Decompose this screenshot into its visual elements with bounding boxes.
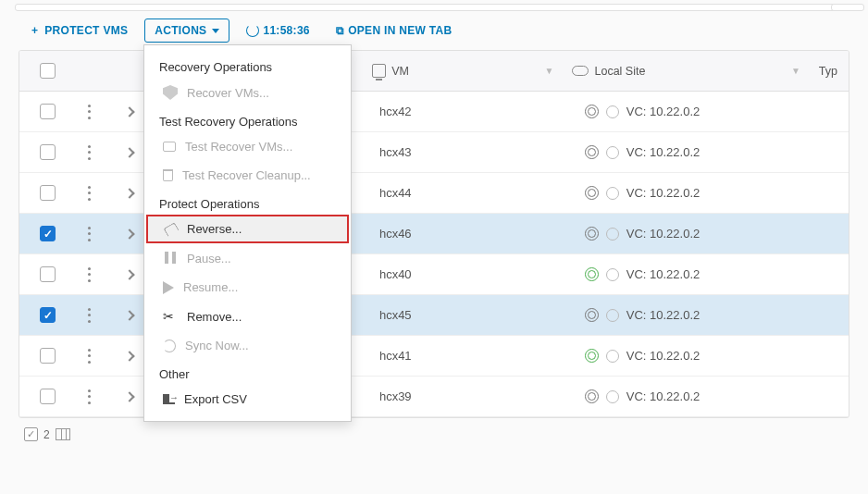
refresh-icon <box>246 24 259 37</box>
row-vm-name: hcx46 <box>368 227 574 241</box>
row-local-site: VC: 10.22.0.2 <box>574 349 826 363</box>
radar-icon <box>585 105 599 118</box>
row-checkbox[interactable] <box>19 307 77 323</box>
protect-vms-button[interactable]: PROTECT VMS <box>22 20 137 41</box>
row-local-site: VC: 10.22.0.2 <box>574 186 826 200</box>
actions-label: ACTIONS <box>155 24 206 37</box>
dd-test-recover[interactable]: Test Recover VMs... <box>144 132 351 161</box>
row-checkbox[interactable] <box>19 104 77 119</box>
header-site-label: Local Site <box>594 65 645 78</box>
row-menu[interactable] <box>77 308 116 323</box>
sync-icon <box>163 340 176 352</box>
row-vm-name: hcx42 <box>368 105 574 118</box>
row-checkbox[interactable] <box>19 185 77 201</box>
refresh-time-button[interactable]: 11:58:36 <box>237 20 318 41</box>
row-vm-name: hcx43 <box>368 145 574 159</box>
row-menu[interactable] <box>77 349 116 364</box>
checkbox-icon <box>40 226 56 241</box>
dd-test-cleanup[interactable]: Test Recover Cleanup... <box>144 161 351 190</box>
row-checkbox[interactable] <box>19 226 77 241</box>
row-checkbox[interactable] <box>19 266 77 282</box>
site-text: VC: 10.22.0.2 <box>626 349 701 363</box>
newtab-icon: ⧉ <box>336 24 344 37</box>
export-icon <box>163 394 175 404</box>
checkbox-icon <box>40 389 56 404</box>
site-text: VC: 10.22.0.2 <box>626 389 701 403</box>
radar-icon <box>585 267 599 281</box>
toolbar: PROTECT VMS ACTIONS 11:58:36 ⧉ OPEN IN N… <box>0 11 868 50</box>
row-local-site: VC: 10.22.0.2 <box>574 105 826 118</box>
checkbox-icon <box>40 307 56 323</box>
row-checkbox[interactable] <box>19 348 77 364</box>
actions-button[interactable]: ACTIONS <box>144 19 229 43</box>
dd-pause[interactable]: Pause... <box>144 243 351 273</box>
radar-icon <box>585 349 599 363</box>
header-type[interactable]: Typ <box>808 65 849 78</box>
site-text: VC: 10.22.0.2 <box>626 308 701 322</box>
radar-icon <box>585 308 599 322</box>
row-menu[interactable] <box>77 105 116 119</box>
play-icon <box>163 281 174 294</box>
dd-export-csv[interactable]: Export CSV <box>144 385 351 414</box>
open-new-tab-button[interactable]: ⧉ OPEN IN NEW TAB <box>327 20 462 41</box>
row-menu[interactable] <box>77 389 116 404</box>
row-checkbox[interactable] <box>19 389 77 404</box>
list-icon <box>163 142 176 152</box>
trash-icon <box>163 169 173 181</box>
kebab-icon <box>88 227 92 241</box>
header-vm[interactable]: VM ▼ <box>361 64 561 78</box>
kebab-icon <box>88 186 92 201</box>
checkbox-icon <box>40 63 56 79</box>
chevron-right-icon <box>125 147 135 157</box>
dd-recover-vms[interactable]: Recover VMs... <box>144 78 351 107</box>
pause-icon <box>163 251 178 266</box>
dd-sync[interactable]: Sync Now... <box>144 331 351 360</box>
header-select-all[interactable] <box>19 63 76 79</box>
table-footer: 2 <box>0 418 868 451</box>
row-local-site: VC: 10.22.0.2 <box>574 145 826 159</box>
selection-count: 2 <box>43 428 50 441</box>
dd-group-protect: Protect Operations <box>144 190 351 215</box>
chevron-right-icon <box>125 310 135 320</box>
kebab-icon <box>88 267 92 282</box>
dd-group-recovery: Recovery Operations <box>144 53 351 78</box>
dd-remove[interactable]: ✂Remove... <box>144 302 351 331</box>
power-icon <box>606 187 619 200</box>
site-text: VC: 10.22.0.2 <box>626 145 701 159</box>
row-vm-name: hcx40 <box>368 267 574 281</box>
site-text: VC: 10.22.0.2 <box>626 105 701 118</box>
row-menu[interactable] <box>77 186 116 201</box>
kebab-icon <box>88 105 92 119</box>
dd-reverse[interactable]: Reverse... <box>146 215 349 243</box>
power-icon <box>606 228 619 241</box>
filter-icon[interactable]: ▼ <box>545 66 554 76</box>
kebab-icon <box>88 349 92 364</box>
radar-icon <box>585 145 599 159</box>
chevron-right-icon <box>125 188 135 198</box>
row-checkbox[interactable] <box>19 144 77 160</box>
caret-down-icon <box>212 29 219 33</box>
selection-indicator-icon[interactable] <box>24 427 38 441</box>
header-type-label: Typ <box>819 65 837 78</box>
checkbox-icon <box>40 185 56 201</box>
dd-resume[interactable]: Resume... <box>144 273 351 302</box>
row-local-site: VC: 10.22.0.2 <box>574 227 826 241</box>
actions-dropdown: Recovery Operations Recover VMs... Test … <box>143 44 352 422</box>
power-icon <box>606 105 619 118</box>
dd-group-test: Test Recovery Operations <box>144 107 351 132</box>
row-menu[interactable] <box>77 145 116 160</box>
power-icon <box>606 309 619 322</box>
chevron-right-icon <box>125 106 135 117</box>
filter-icon[interactable]: ▼ <box>791 66 800 76</box>
row-menu[interactable] <box>77 227 116 241</box>
time-label: 11:58:36 <box>263 24 309 37</box>
power-icon <box>606 268 619 281</box>
row-menu[interactable] <box>77 267 116 282</box>
column-picker-icon[interactable] <box>56 428 70 440</box>
header-local-site[interactable]: Local Site ▼ <box>561 65 807 78</box>
cloud-icon <box>572 66 589 76</box>
site-text: VC: 10.22.0.2 <box>626 227 701 241</box>
power-icon <box>606 350 619 363</box>
kebab-icon <box>88 145 92 160</box>
chevron-right-icon <box>125 391 135 401</box>
